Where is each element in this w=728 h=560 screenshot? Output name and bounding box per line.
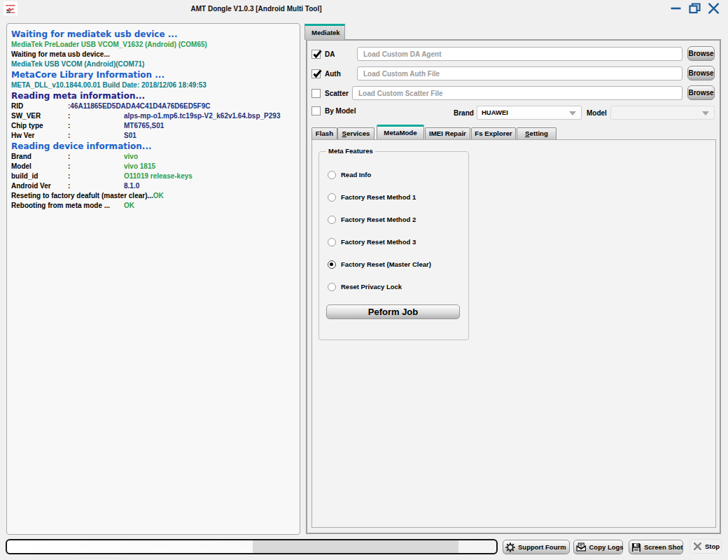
log-text: MediaTek PreLoader USB VCOM_V1632 (Andro… [11, 41, 207, 48]
auth-browse-button[interactable]: Browse [687, 66, 715, 80]
log-text: : [68, 172, 70, 181]
perform-job-button[interactable]: Peform Job [326, 304, 460, 319]
scatter-path-input[interactable] [352, 86, 682, 100]
tab-imei-repair[interactable]: IMEI Repair [425, 127, 470, 140]
radio-factory-reset-method-3[interactable] [328, 238, 336, 246]
model-label: Model [587, 109, 607, 117]
scatter-label: Scatter [325, 89, 349, 98]
log-text: Waiting for meta usb device... [11, 50, 110, 58]
log-text: Rebooting from meta mode ... [11, 201, 110, 211]
status-button-label: Support Fourm [518, 543, 566, 551]
log-line: RID:46A11865ED5DADA4C41D4A76D6ED5F9C [7, 102, 300, 111]
radio-label-factory-reset-method-2: Factory Reset Method 2 [341, 216, 416, 224]
log-text: Waiting for mediatek usb device ... [11, 29, 177, 39]
window-title: AMT Dongle V1.0.3 [Android Multi Tool] [0, 0, 512, 18]
radio-factory-reset-master-clear[interactable] [328, 260, 336, 269]
envelope-icon [576, 542, 587, 552]
log-text: S01 [124, 131, 136, 141]
screen-shot-button[interactable]: Screen Shot [629, 540, 683, 554]
close-icon [708, 3, 720, 14]
log-line: Chip type:MT6765,S01 [7, 121, 300, 131]
log-line: Rebooting from meta mode ...OK [7, 201, 300, 211]
stop-x-icon [693, 542, 702, 551]
check-icon [312, 68, 323, 78]
log-text: vivo 1815 [124, 162, 155, 172]
chevron-down-icon [569, 111, 576, 115]
restore-icon [689, 3, 701, 14]
log-text: MediaTek USB VCOM (Android)(COM71) [11, 60, 144, 68]
log-line: Reseting to factory deafult (master clea… [7, 191, 300, 201]
title-bar: AMT Dongle V1.0.3 [Android Multi Tool] [0, 0, 728, 20]
radio-label-factory-reset-method-1: Factory Reset Method 1 [341, 193, 416, 202]
da-checkbox[interactable] [312, 50, 321, 59]
radio-label-reset-privacy-lock: Reset Privacy Lock [341, 283, 402, 291]
log-text: :46A11865ED5DADA4C41D4A76D6ED5F9C [68, 102, 210, 111]
radio-factory-reset-method-1[interactable] [328, 193, 336, 202]
brand-label: Brand [454, 109, 474, 117]
log-text: 8.1.0 [124, 181, 139, 191]
log-line: MediaTek USB VCOM (Android)(COM71) [7, 59, 300, 69]
log-text: Reading device information... [11, 141, 152, 151]
log-text: OK [153, 192, 164, 200]
stop-button[interactable]: Stop [690, 539, 722, 554]
log-panel: Waiting for mediatek usb device ...Media… [6, 23, 300, 535]
check-icon [312, 48, 323, 59]
log-text: META_DLL_v10.1844.00.01 Build Date: 2018… [11, 81, 206, 89]
close-button[interactable] [708, 3, 720, 14]
log-text: vivo [124, 152, 138, 162]
radio-reset-privacy-lock[interactable] [328, 283, 336, 291]
log-text: Android Ver [11, 181, 51, 191]
radio-factory-reset-method-2[interactable] [328, 216, 336, 224]
radio-read-info[interactable] [328, 171, 336, 179]
model-select[interactable] [610, 106, 715, 120]
copy-logs-button[interactable]: Copy Logs [573, 540, 623, 554]
scatter-browse-button[interactable]: Browse [687, 85, 715, 100]
log-text: OK [124, 201, 134, 211]
gear-icon [505, 542, 515, 552]
log-line: Brand:vivo [7, 152, 300, 162]
tab-mediatek[interactable]: Mediatek [304, 24, 345, 40]
log-text: O11019 release-keys [124, 172, 192, 181]
support-fourm-button[interactable]: Support Fourm [503, 540, 570, 554]
auth-path-input[interactable] [357, 66, 682, 80]
brand-select[interactable]: HUAWEI [477, 106, 582, 120]
log-line: Hw Ver:S01 [7, 131, 300, 141]
log-text: RID [11, 102, 23, 111]
tab-metamode[interactable]: MetaMode [377, 125, 424, 140]
log-line: build_id:O11019 release-keys [7, 172, 300, 181]
meta-features-title: Meta Features [326, 147, 375, 155]
progress-bar [6, 539, 498, 554]
tab-fs-explorer[interactable]: Fs Explorer [471, 127, 516, 140]
log-text: : [68, 111, 70, 121]
log-text: : [68, 131, 70, 141]
log-text: Hw Ver [11, 131, 34, 141]
log-text: Model [11, 162, 31, 172]
log-line: Model:vivo 1815 [7, 162, 300, 172]
minimize-button[interactable] [670, 3, 682, 14]
status-button-label: Screen Shot [644, 543, 682, 551]
log-text: : [68, 121, 70, 131]
log-line: SW_VER:alps-mp-o1.mp6.tc19sp-V2_k62v1.64… [7, 111, 300, 121]
log-text: : [68, 181, 70, 191]
radio-label-factory-reset-master-clear: Factory Reset (Master Clear) [341, 260, 431, 269]
log-line: Reading device information... [7, 141, 300, 152]
progress-block [253, 540, 458, 553]
tab-services[interactable]: Services [337, 127, 374, 140]
auth-checkbox[interactable] [312, 69, 321, 78]
tab-flash[interactable]: Flash [312, 127, 337, 140]
by-model-checkbox[interactable] [312, 106, 321, 115]
chevron-down-icon [702, 111, 709, 115]
floppy-icon [631, 542, 641, 552]
scatter-checkbox[interactable] [312, 89, 321, 98]
da-path-input[interactable] [357, 47, 682, 61]
log-text: MetaCore Library Information ... [11, 70, 164, 80]
stop-label: Stop [705, 542, 720, 550]
restore-button[interactable] [689, 3, 701, 14]
by-model-label: By Model [325, 106, 356, 115]
radio-label-factory-reset-method-3: Factory Reset Method 3 [341, 238, 416, 246]
log-line: Waiting for meta usb device... [7, 50, 300, 59]
radio-label-read-info: Read Info [341, 171, 371, 179]
tab-setting[interactable]: Setting [517, 127, 556, 140]
da-browse-button[interactable]: Browse [687, 46, 715, 61]
da-label: DA [325, 50, 335, 59]
